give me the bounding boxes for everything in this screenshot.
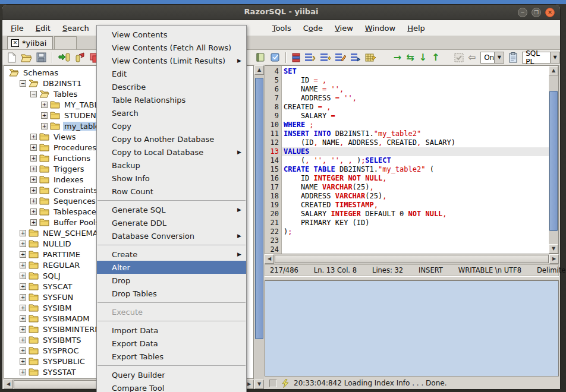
scroll-up-icon[interactable]: ▲ <box>549 66 558 75</box>
book-icon[interactable] <box>256 52 266 64</box>
expand-icon[interactable]: + <box>30 198 37 204</box>
context-menu-row-count[interactable]: Row Count <box>97 185 246 198</box>
export-results-icon[interactable] <box>365 52 376 64</box>
context-menu-search[interactable]: Search <box>97 106 246 119</box>
context-menu-copy-to-another-database[interactable]: Copy to Another Database <box>97 132 246 146</box>
menu-view[interactable]: View <box>329 22 359 34</box>
context-menu-database-conversion[interactable]: Database Conversion▶ <box>97 229 246 242</box>
next-arrow-icon[interactable]: → <box>393 52 401 64</box>
expand-icon[interactable]: + <box>20 347 26 354</box>
sql-history-icon[interactable] <box>292 52 300 64</box>
rollback-icon[interactable]: ⇦ <box>468 52 476 64</box>
close-button[interactable]: ✕ <box>545 8 555 17</box>
sql-language-select[interactable]: SQL PL▼ <box>522 52 560 64</box>
expand-icon[interactable]: + <box>20 369 26 375</box>
expand-icon[interactable]: + <box>20 283 26 290</box>
context-menu-show-info[interactable]: Show Info <box>97 172 246 185</box>
menu-window[interactable]: Window <box>359 22 401 34</box>
menu-search[interactable]: Search <box>56 22 95 34</box>
open-file-icon[interactable] <box>21 52 32 64</box>
context-menu-drop[interactable]: Drop <box>97 274 246 287</box>
context-menu-describe[interactable]: Describe <box>97 80 246 93</box>
switch-arrows-icon[interactable]: ⇆ <box>406 52 414 64</box>
expand-icon[interactable]: + <box>20 326 26 333</box>
paste-icon[interactable] <box>508 52 518 64</box>
context-menu-table-relationships[interactable]: Table Relationships <box>97 93 246 106</box>
expand-icon[interactable]: + <box>20 241 26 247</box>
save-icon[interactable] <box>36 52 46 64</box>
expand-icon[interactable]: + <box>20 315 26 322</box>
scroll-left-icon[interactable]: ◀ <box>265 254 274 264</box>
expand-icon[interactable]: + <box>30 208 37 215</box>
expand-icon[interactable]: + <box>30 176 37 183</box>
context-menu-edit[interactable]: Edit <box>97 67 246 80</box>
expand-icon[interactable]: + <box>30 187 37 194</box>
menu-file[interactable]: File <box>5 22 30 34</box>
context-menu-view-contents[interactable]: View Contents <box>97 28 246 41</box>
context-menu-view-contents-limit-results-[interactable]: View Contents (Limit Results)▶ <box>97 54 246 67</box>
scroll-left-icon[interactable]: ◀ <box>4 380 13 389</box>
scroll-right-icon[interactable]: ▶ <box>549 254 559 264</box>
context-menu-import-data[interactable]: Import Data <box>97 324 246 337</box>
editor-horizontal-scrollbar[interactable]: ◀ ▶ <box>265 254 559 264</box>
scroll-down-icon[interactable]: ▼ <box>549 244 558 254</box>
expand-icon[interactable]: + <box>20 337 26 343</box>
sql-editor[interactable]: 456789101112131415161718192021222324 SET… <box>265 65 559 254</box>
import-data-icon[interactable] <box>58 52 70 64</box>
editor-hscroll-thumb[interactable] <box>275 255 549 263</box>
run-sql-icon[interactable] <box>350 52 361 64</box>
expand-icon[interactable]: + <box>20 358 26 365</box>
auto-commit-select[interactable]: On▼ <box>480 52 504 64</box>
fetch-results-icon[interactable] <box>304 52 316 64</box>
context-menu-compare-tool[interactable]: Compare Tool <box>97 381 246 392</box>
expand-icon[interactable]: + <box>30 144 37 151</box>
expand-icon[interactable]: + <box>20 262 26 268</box>
titlebar[interactable]: RazorSQL - yiibai ─❐✕ <box>2 5 560 20</box>
tab-yiibai[interactable]: ✕ *yiibai <box>7 36 53 49</box>
scroll-down-icon[interactable]: ▼ <box>254 380 264 389</box>
expand-icon[interactable]: + <box>30 166 37 172</box>
context-menu-alter[interactable]: Alter <box>97 261 246 274</box>
tree-scroll-thumb[interactable] <box>255 78 263 339</box>
context-menu-create[interactable]: Create▶ <box>97 248 246 261</box>
menu-help[interactable]: Help <box>401 22 431 34</box>
expand-icon[interactable]: + <box>20 251 26 258</box>
up-arrow-icon[interactable]: ↑ <box>431 52 439 64</box>
context-menu-generate-sql[interactable]: Generate SQL▶ <box>97 203 246 216</box>
collapse-icon[interactable]: − <box>20 80 26 87</box>
results-panel[interactable] <box>265 280 559 377</box>
pane-splitter[interactable] <box>265 276 559 280</box>
expand-icon[interactable]: + <box>41 102 48 108</box>
expand-icon[interactable]: + <box>41 112 48 119</box>
context-menu-export-tables[interactable]: Export Tables <box>97 350 246 363</box>
tab-close-icon[interactable]: ✕ <box>11 39 19 47</box>
expand-icon[interactable]: + <box>30 219 37 226</box>
expand-icon[interactable]: + <box>20 273 26 279</box>
collapse-icon[interactable]: − <box>30 91 37 97</box>
expand-icon[interactable]: + <box>30 134 37 140</box>
commit-icon[interactable] <box>454 52 464 64</box>
new-file-icon[interactable] <box>7 52 17 64</box>
expand-icon[interactable]: + <box>20 230 26 236</box>
code-text[interactable]: SET ID = , NAME = '', ADDRESS = '',CREAT… <box>282 66 549 254</box>
minimize-button[interactable]: ─ <box>518 8 527 17</box>
context-menu-view-contents-fetch-all-rows-[interactable]: View Contents (Fetch All Rows) <box>97 41 246 54</box>
expand-icon[interactable]: + <box>20 294 26 301</box>
export-data-icon[interactable] <box>74 52 85 64</box>
context-menu-backup[interactable]: Backup <box>97 159 246 172</box>
context-menu-copy-to-local-database[interactable]: Copy to Local Database▶ <box>97 146 246 159</box>
context-menu-copy[interactable]: Copy <box>97 119 246 132</box>
tree-vertical-scrollbar[interactable]: ▲ ▼ <box>254 65 264 389</box>
help-book-icon[interactable] <box>270 52 280 64</box>
editor-vertical-scrollbar[interactable]: ▲ ▼ <box>549 66 558 254</box>
context-menu-query-builder[interactable]: Query Builder <box>97 368 246 381</box>
down-arrow-icon[interactable]: ↓ <box>419 52 427 64</box>
menu-tools[interactable]: Tools <box>266 22 297 34</box>
maximize-button[interactable]: ❐ <box>532 8 541 17</box>
context-menu-export-data[interactable]: Export Data <box>97 337 246 350</box>
expand-icon[interactable]: + <box>20 305 26 311</box>
menu-edit[interactable]: Edit <box>30 22 56 34</box>
scroll-up-icon[interactable]: ▲ <box>254 65 264 75</box>
edit-sql-icon[interactable] <box>335 52 346 64</box>
context-menu-generate-ddl[interactable]: Generate DDL <box>97 216 246 229</box>
